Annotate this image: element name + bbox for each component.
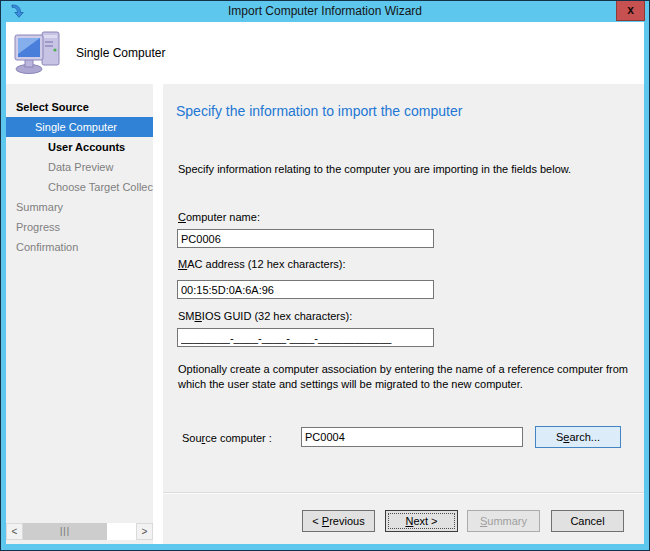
sidebar-main-divider xyxy=(153,84,163,544)
main-panel: Specify the information to import the co… xyxy=(163,84,644,544)
page-heading: Specify the information to import the co… xyxy=(176,103,462,119)
smbios-guid-label: SMBIOS GUID (32 hex characters): xyxy=(178,310,352,322)
source-computer-input[interactable] xyxy=(301,427,523,447)
window-title: Import Computer Information Wizard xyxy=(228,4,422,18)
wizard-header: Single Computer xyxy=(6,22,644,84)
page-title: Single Computer xyxy=(76,46,165,60)
intro-text: Specify information relating to the comp… xyxy=(178,163,571,175)
footer-divider xyxy=(163,492,644,494)
sidebar-horizontal-scrollbar[interactable]: < ||| > xyxy=(6,523,153,540)
step-confirmation: Confirmation xyxy=(6,237,153,257)
step-select-source: Select Source xyxy=(6,97,153,117)
scroll-left-arrow-icon[interactable]: < xyxy=(6,523,23,540)
step-data-preview: Data Preview xyxy=(6,157,153,177)
step-progress: Progress xyxy=(6,217,153,237)
smbios-guid-input[interactable] xyxy=(177,328,434,347)
step-single-computer: Single Computer xyxy=(6,117,153,137)
wizard-content: Single Computer Select Source Single Com… xyxy=(6,22,644,544)
source-computer-label: Source computer : xyxy=(182,432,272,444)
computer-name-label: Computer name: xyxy=(178,211,260,223)
step-user-accounts: User Accounts xyxy=(6,137,153,157)
titlebar[interactable]: Import Computer Information Wizard x xyxy=(0,0,650,22)
mac-address-input[interactable] xyxy=(177,280,434,299)
step-choose-target-collection: Choose Target Collect xyxy=(6,177,153,197)
computer-name-input[interactable] xyxy=(177,229,434,248)
wizard-steps-sidebar: Select Source Single Computer User Accou… xyxy=(6,84,153,544)
previous-button[interactable]: < Previous xyxy=(302,510,375,532)
wizard-icon xyxy=(9,3,25,19)
close-button[interactable]: x xyxy=(616,1,645,21)
step-summary: Summary xyxy=(6,197,153,217)
scrollbar-thumb[interactable]: ||| xyxy=(23,523,107,540)
next-button[interactable]: Next > xyxy=(385,510,458,532)
search-button[interactable]: Search... xyxy=(535,426,621,448)
scrollbar-track[interactable] xyxy=(107,523,136,540)
summary-button[interactable]: Summary xyxy=(467,510,540,532)
scroll-right-arrow-icon[interactable]: > xyxy=(136,523,153,540)
mac-address-label: MAC address (12 hex characters): xyxy=(178,258,346,270)
computer-icon xyxy=(13,28,63,80)
wizard-window: Import Computer Information Wizard x xyxy=(0,0,650,551)
cancel-button[interactable]: Cancel xyxy=(551,510,624,532)
association-note: Optionally create a computer association… xyxy=(178,362,644,392)
